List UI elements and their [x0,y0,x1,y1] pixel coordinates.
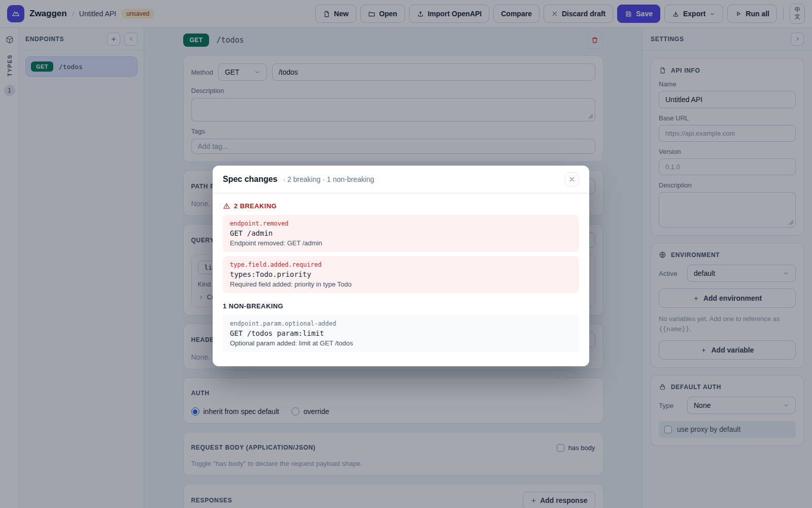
change-target: GET /todos param:limit [230,329,572,337]
change-code: endpoint.removed [230,220,572,227]
breaking-change-item: type.field.added.required types:Todo.pri… [223,256,579,293]
change-code: type.field.added.required [230,261,572,268]
non-breaking-heading: 1 NON-BREAKING [223,302,579,310]
modal-close-button[interactable] [565,172,579,186]
breaking-change-item: endpoint.removed GET /admin Endpoint rem… [223,215,579,252]
modal-body: 2 BREAKING endpoint.removed GET /admin E… [213,194,589,366]
change-message: Required field added: priority in type T… [230,280,572,288]
modal-title: Spec changes [223,175,278,184]
warning-triangle-icon [223,202,230,210]
change-target: GET /admin [230,229,572,237]
modal-subtitle: · 2 breaking · 1 non-breaking [283,175,565,183]
change-message: Endpoint removed: GET /admin [230,239,572,247]
close-icon [568,176,576,183]
change-message: Optional param added: limit at GET /todo… [230,339,572,347]
spec-changes-modal: Spec changes · 2 breaking · 1 non-breaki… [213,166,589,366]
change-code: endpoint.param.optional-added [230,320,572,327]
modal-header: Spec changes · 2 breaking · 1 non-breaki… [213,166,589,194]
breaking-heading: 2 BREAKING [223,202,579,210]
non-breaking-change-item: endpoint.param.optional-added GET /todos… [223,315,579,352]
change-target: types:Todo.priority [230,270,572,278]
